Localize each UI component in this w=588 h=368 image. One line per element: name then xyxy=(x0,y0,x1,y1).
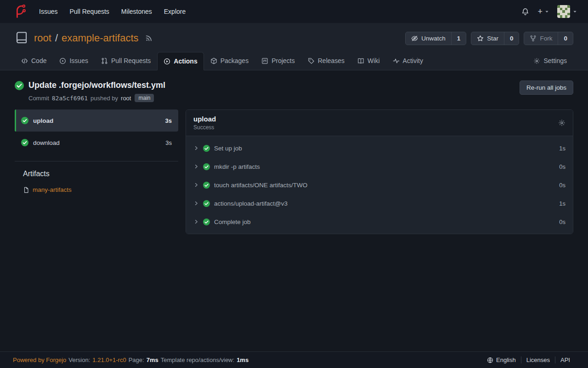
language-selector[interactable]: English xyxy=(482,356,521,363)
watch-count[interactable]: 1 xyxy=(451,32,466,45)
step-duration: 1s xyxy=(559,145,565,152)
tab-issues[interactable]: Issues xyxy=(53,52,94,70)
tab-label: Releases xyxy=(318,57,345,64)
create-new-menu[interactable]: + xyxy=(537,7,549,17)
breadcrumb: root / example-artifacts xyxy=(34,32,139,44)
unwatch-button[interactable]: Unwatch 1 xyxy=(405,32,466,45)
tab-label: Issues xyxy=(69,57,88,64)
step-duration: 0s xyxy=(559,163,565,170)
step-row-upload-artifact[interactable]: actions/upload-artifact@v3 1s xyxy=(186,194,573,213)
artifact-download-link[interactable]: many-artifacts xyxy=(33,186,72,193)
tab-code[interactable]: Code xyxy=(15,52,53,70)
fork-count[interactable]: 0 xyxy=(558,32,573,45)
commit-label: Commit xyxy=(28,95,49,102)
star-label: Star xyxy=(487,35,498,42)
workflow-run-body: upload 3s download 3s Artifacts many-art… xyxy=(0,106,588,351)
step-row-complete-job[interactable]: Complete job 0s xyxy=(186,213,573,231)
notifications-bell-icon[interactable] xyxy=(521,8,529,16)
repo-owner-link[interactable]: root xyxy=(34,32,51,44)
repo-icon xyxy=(15,31,28,45)
page-footer: Powered by Forgejo Version: 1.21.0+1-rc0… xyxy=(0,351,588,368)
tab-label: Actions xyxy=(174,58,197,65)
package-icon xyxy=(210,58,217,64)
nav-item-pull-requests[interactable]: Pull Requests xyxy=(63,4,115,19)
chevron-right-icon xyxy=(193,201,199,206)
fork-label: Fork xyxy=(540,35,552,42)
tab-releases[interactable]: Releases xyxy=(301,52,351,70)
project-board-icon xyxy=(261,58,268,64)
nav-item-explore[interactable]: Explore xyxy=(158,4,192,19)
job-status-text: Success xyxy=(193,124,216,131)
forgejo-logo[interactable] xyxy=(13,5,27,18)
code-icon xyxy=(21,58,28,64)
job-item-download[interactable]: download 3s xyxy=(15,132,178,154)
tab-label: Code xyxy=(31,57,46,64)
page-time-label: Page: xyxy=(129,356,144,363)
licenses-link[interactable]: Licenses xyxy=(521,356,555,363)
plus-icon: + xyxy=(537,7,543,17)
template-time-value: 1ms xyxy=(237,356,249,363)
step-row-touch-artifacts[interactable]: touch artifacts/ONE artifacts/TWO 0s xyxy=(186,176,573,194)
step-name: mkdir -p artifacts xyxy=(214,163,260,170)
job-duration: 3s xyxy=(165,139,172,146)
tab-pull-requests[interactable]: Pull Requests xyxy=(95,52,157,70)
success-check-icon xyxy=(203,200,210,207)
chevron-down-icon xyxy=(573,10,577,14)
nav-item-issues[interactable]: Issues xyxy=(33,4,63,19)
rss-icon[interactable] xyxy=(145,34,153,42)
chevron-right-icon xyxy=(193,219,199,224)
repo-name-link[interactable]: example-artifacts xyxy=(62,32,139,44)
step-duration: 1s xyxy=(559,200,565,207)
job-name: download xyxy=(33,139,60,146)
run-title: Update .forgejo/workflows/test.yml xyxy=(28,80,165,90)
job-name: upload xyxy=(33,117,53,124)
user-menu[interactable] xyxy=(557,5,577,18)
tab-label: Settings xyxy=(543,57,567,64)
commit-sha-link[interactable]: 82a5cf6961 xyxy=(52,95,88,102)
chevron-right-icon xyxy=(193,164,199,169)
repo-header: root / example-artifacts xyxy=(0,23,588,70)
tab-label: Projects xyxy=(271,57,295,64)
job-options-gear-icon[interactable] xyxy=(558,119,565,126)
tab-label: Pull Requests xyxy=(111,57,151,64)
success-check-icon xyxy=(21,117,28,124)
step-row-set-up-job[interactable]: Set up job 1s xyxy=(186,139,573,157)
nav-item-milestones[interactable]: Milestones xyxy=(115,4,158,19)
gear-icon xyxy=(533,58,540,64)
top-navbar: Issues Pull Requests Milestones Explore … xyxy=(0,0,588,23)
tab-activity[interactable]: Activity xyxy=(386,52,430,70)
job-item-upload[interactable]: upload 3s xyxy=(15,109,178,132)
success-check-icon xyxy=(21,139,28,146)
branch-badge[interactable]: main xyxy=(135,94,154,102)
star-count[interactable]: 0 xyxy=(504,32,519,45)
author-link[interactable]: root xyxy=(121,95,131,102)
tab-label: Activity xyxy=(403,57,423,64)
job-detail-title: upload xyxy=(193,115,216,123)
pull-request-icon xyxy=(101,58,108,64)
tab-settings[interactable]: Settings xyxy=(527,52,573,70)
star-button[interactable]: Star 0 xyxy=(471,32,519,45)
tab-actions[interactable]: Actions xyxy=(157,52,204,70)
repo-tab-bar: Code Issues Pull Requests Actions xyxy=(15,52,573,70)
unwatch-label: Unwatch xyxy=(421,35,446,42)
globe-icon xyxy=(487,357,493,363)
version-link[interactable]: 1.21.0+1-rc0 xyxy=(92,356,126,363)
powered-by-link[interactable]: Powered by Forgejo xyxy=(13,356,66,363)
tab-projects[interactable]: Projects xyxy=(255,52,301,70)
page-time-value: 7ms xyxy=(147,356,158,363)
book-icon xyxy=(357,58,364,64)
api-link[interactable]: API xyxy=(555,356,575,363)
version-label: Version: xyxy=(68,356,90,363)
tab-packages[interactable]: Packages xyxy=(204,52,255,70)
job-duration: 3s xyxy=(165,117,172,124)
tab-wiki[interactable]: Wiki xyxy=(351,52,386,70)
step-row-mkdir[interactable]: mkdir -p artifacts 0s xyxy=(186,157,573,176)
rerun-all-jobs-button[interactable]: Re-run all jobs xyxy=(520,80,573,95)
artifact-item: many-artifacts xyxy=(23,186,178,193)
chevron-down-icon xyxy=(545,10,549,14)
step-name: actions/upload-artifact@v3 xyxy=(214,200,288,207)
step-duration: 0s xyxy=(559,218,565,225)
sidebar-divider xyxy=(15,161,178,161)
success-check-icon xyxy=(203,145,210,152)
fork-button[interactable]: Fork 0 xyxy=(524,32,573,45)
